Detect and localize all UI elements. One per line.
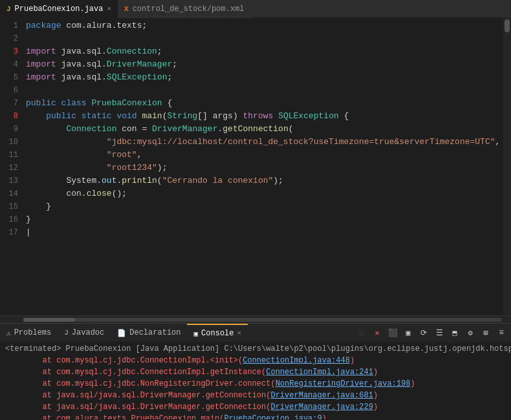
code-line-14: con.close();	[26, 187, 511, 200]
tab-pom-xml[interactable]: X control_de_stock/pom.xml	[118, 0, 250, 18]
bottom-panel: ⚠ Problems J Javadoc 📄 Declaration ▣ Con…	[0, 323, 511, 419]
toolbar-btn-grid[interactable]: ⊞	[479, 326, 493, 340]
code-line-9: Connection con = DriverManager.getConnec…	[26, 123, 511, 136]
console-line-3: at com.mysql.cj.jdbc.NonRegisteringDrive…	[5, 378, 506, 390]
link-1[interactable]: ConnectionImpl.java:448	[243, 356, 350, 365]
tab-close-prueba[interactable]: ×	[107, 5, 111, 13]
link-4[interactable]: DriverManager.java:681	[270, 391, 373, 400]
code-line-17: |	[26, 226, 511, 239]
toolbar-btn-clear[interactable]: ⬛	[386, 326, 400, 340]
code-line-5: import java.sql.SQLException;	[26, 71, 511, 84]
tab-javadoc-label: Javadoc	[72, 328, 104, 337]
toolbar-btn-settings[interactable]: ⚙	[463, 326, 477, 340]
code-line-3: import java.sql.Connection;	[26, 45, 511, 58]
h-scrollbar-track	[23, 318, 502, 322]
code-line-8: public static void main(String[] args) t…	[26, 110, 511, 123]
code-line-16: }	[26, 213, 511, 226]
toolbar-btn-minimize[interactable]: ☐	[354, 326, 369, 340]
toolbar-btn-console[interactable]: ▣	[401, 326, 415, 340]
code-line-15: }	[26, 200, 511, 213]
console-line-6: at com.alura.texts.PruebaConexion.main(P…	[5, 413, 506, 419]
toolbar-btn-stop[interactable]: ✕	[370, 326, 384, 340]
line-numbers: 1 2 3 4 5 6 7 8 9 10 11 12 13 14 15 16 1…	[0, 18, 23, 315]
console-icon: ▣	[193, 330, 198, 338]
link-5[interactable]: DriverManager.java:229	[270, 403, 373, 412]
problems-icon: ⚠	[6, 329, 11, 337]
tab-problems[interactable]: ⚠ Problems	[0, 324, 58, 342]
java-icon: J	[6, 5, 11, 13]
vertical-scrollbar[interactable]	[503, 18, 511, 315]
tab-declaration-label: Declaration	[129, 328, 180, 337]
toolbar-btn-refresh[interactable]: ⟳	[417, 326, 431, 340]
code-line-11: "root",	[26, 149, 511, 162]
tab-prueba-conexion[interactable]: J PruebaConexion.java ×	[0, 0, 118, 18]
tab-label-prueba: PruebaConexion.java	[15, 5, 103, 14]
console-line-4: at java.sql/java.sql.DriverManager.getCo…	[5, 390, 506, 401]
xml-icon: X	[124, 5, 129, 13]
panel-tab-bar: ⚠ Problems J Javadoc 📄 Declaration ▣ Con…	[0, 324, 511, 342]
code-line-13: System.out.println("Cerrando la conexion…	[26, 174, 511, 187]
code-line-7: public class PruebaConexion {	[26, 97, 511, 110]
console-tab-close[interactable]: ×	[237, 330, 242, 337]
tab-console-label: Console	[201, 329, 234, 338]
code-lines[interactable]: package com.alura.texts; import java.sql…	[23, 18, 511, 315]
panel-toolbar: ☐ ✕ ⬛ ▣ ⟳ ☰ ⬒ ⚙ ⊞ ≡	[354, 326, 511, 340]
code-line-2	[26, 32, 511, 45]
horizontal-scrollbar[interactable]	[0, 315, 511, 323]
tab-problems-label: Problems	[14, 328, 52, 337]
tab-label-pom: control_de_stock/pom.xml	[133, 5, 245, 14]
javadoc-icon: J	[64, 329, 69, 337]
declaration-icon: 📄	[117, 329, 126, 337]
link-6[interactable]: PruebaConexion.java:9	[224, 414, 321, 419]
link-2[interactable]: ConnectionImpl.java:241	[266, 368, 373, 377]
code-line-10: "jdbc:mysql://localhost/control_de_stock…	[26, 136, 511, 149]
code-line-1: package com.alura.texts;	[26, 19, 511, 32]
console-line-2: at com.mysql.cj.jdbc.ConnectionImpl.getI…	[5, 366, 506, 378]
toolbar-btn-layout[interactable]: ⬒	[448, 326, 462, 340]
tab-javadoc[interactable]: J Javadoc	[58, 324, 111, 342]
console-output: <terminated> PruebaConexion [Java Applic…	[0, 342, 511, 419]
code-line-12: "root1234");	[26, 162, 511, 174]
scrollbar-thumb[interactable]	[505, 19, 510, 32]
code-editor: 1 2 3 4 5 6 7 8 9 10 11 12 13 14 15 16 1…	[0, 18, 511, 315]
link-3[interactable]: NonRegisteringDriver.java:198	[276, 379, 411, 388]
tab-console[interactable]: ▣ Console ×	[187, 324, 248, 342]
console-line-1: at com.mysql.cj.jdbc.ConnectionImpl.<ini…	[5, 355, 506, 366]
toolbar-btn-list[interactable]: ≡	[494, 326, 508, 340]
tab-declaration[interactable]: 📄 Declaration	[111, 324, 187, 342]
console-line-5: at java.sql/java.sql.DriverManager.getCo…	[5, 401, 506, 413]
code-line-4: import java.sql.DriverManager;	[26, 58, 511, 71]
h-scrollbar-thumb[interactable]	[23, 318, 75, 322]
code-line-6	[26, 84, 511, 97]
console-header-line: <terminated> PruebaConexion [Java Applic…	[5, 343, 506, 355]
editor-tab-bar: J PruebaConexion.java × X control_de_sto…	[0, 0, 511, 18]
toolbar-btn-menu[interactable]: ☰	[432, 326, 446, 340]
